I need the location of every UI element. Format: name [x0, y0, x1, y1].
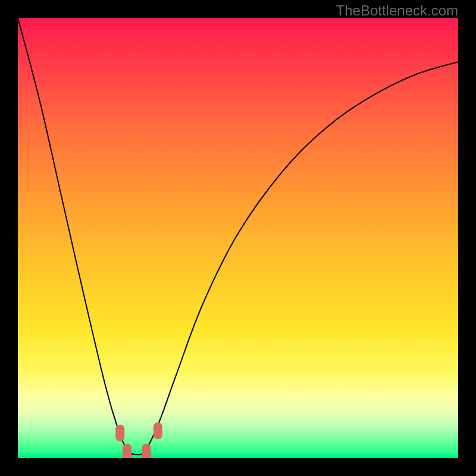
curve-path	[18, 18, 458, 455]
plot-area	[18, 18, 458, 458]
threshold-marker	[123, 444, 131, 458]
threshold-marker	[154, 422, 162, 439]
threshold-marker	[115, 425, 124, 441]
watermark-text: TheBottleneck.com	[336, 2, 458, 19]
threshold-marker	[142, 444, 151, 458]
threshold-markers	[115, 422, 162, 458]
bottleneck-curve	[18, 18, 458, 458]
